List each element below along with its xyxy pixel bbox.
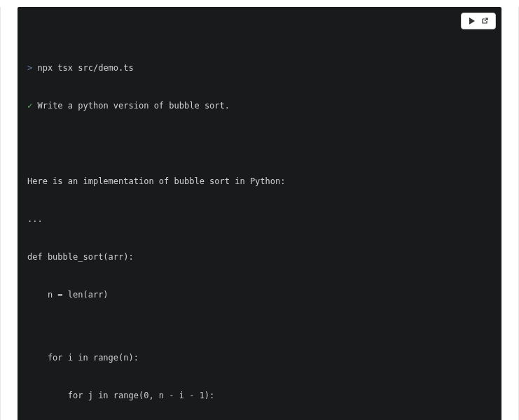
terminal-check-text: Write a python version of bubble sort. bbox=[37, 101, 230, 111]
terminal-actions bbox=[461, 13, 496, 29]
terminal-code-3: for i in range(n): bbox=[27, 351, 492, 364]
terminal-code-0: def bubble_sort(arr): bbox=[27, 251, 492, 263]
terminal-code-1: n = len(arr) bbox=[27, 288, 492, 301]
terminal-blank bbox=[27, 137, 492, 150]
open-external-button[interactable] bbox=[478, 16, 491, 26]
terminal-ellipsis: ... bbox=[27, 213, 492, 225]
terminal-command-line: > npx tsx src/demo.ts bbox=[27, 62, 492, 74]
external-link-icon bbox=[481, 18, 488, 24]
readme-page: > npx tsx src/demo.ts ✓ Write a python v… bbox=[0, 7, 519, 420]
terminal-command: npx tsx src/demo.ts bbox=[37, 63, 133, 73]
terminal-check-line: ✓ Write a python version of bubble sort. bbox=[27, 99, 492, 112]
play-icon bbox=[469, 18, 476, 24]
terminal-code-4: for j in range(0, n - i - 1): bbox=[27, 389, 492, 402]
play-button[interactable] bbox=[466, 16, 478, 26]
terminal-demo: > npx tsx src/demo.ts ✓ Write a python v… bbox=[18, 7, 501, 420]
terminal-response-intro: Here is an implementation of bubble sort… bbox=[27, 175, 492, 188]
